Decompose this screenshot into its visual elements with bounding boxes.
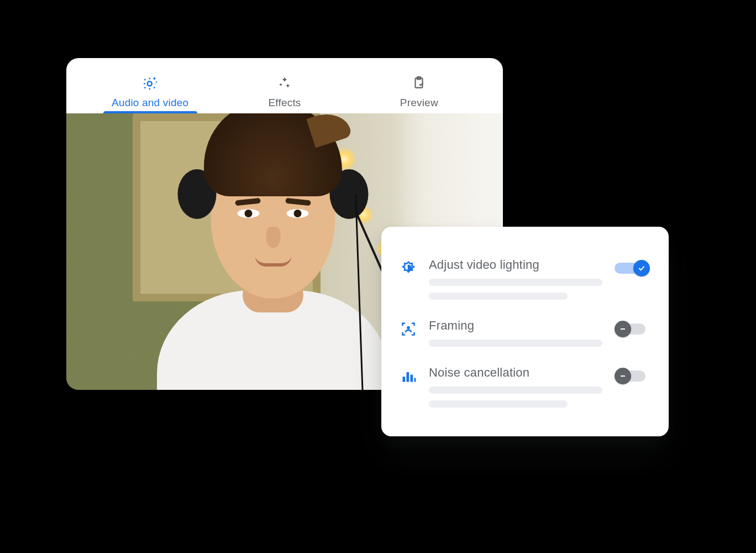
svg-point-0: [147, 81, 151, 86]
toggle-adjust-video-lighting[interactable]: [615, 259, 650, 278]
sparkles-icon: [276, 75, 293, 91]
tab-label: Preview: [400, 97, 438, 109]
setting-adjust-video-lighting: Adjust video lighting: [400, 250, 650, 307]
svg-rect-7: [414, 378, 416, 382]
tab-label: Effects: [268, 97, 301, 109]
setting-title: Framing: [429, 319, 602, 333]
audio-video-settings-card: Adjust video lighting Framing: [381, 227, 669, 436]
tab-audio-and-video[interactable]: Audio and video: [83, 75, 217, 113]
setting-title: Adjust video lighting: [429, 258, 602, 272]
tab-effects[interactable]: Effects: [217, 75, 351, 113]
clipboard-check-icon: [411, 75, 427, 91]
setting-title: Noise cancellation: [429, 366, 602, 380]
minus-icon: [618, 325, 627, 333]
svg-point-3: [407, 326, 410, 330]
setting-framing: Framing: [400, 311, 650, 354]
placeholder-line: [429, 400, 568, 408]
tab-label: Audio and video: [112, 97, 188, 109]
setting-noise-cancellation: Noise cancellation: [400, 358, 650, 415]
tab-preview[interactable]: Preview: [352, 75, 486, 113]
placeholder-line: [429, 387, 602, 394]
tab-bar: Audio and video Effects Preview: [66, 58, 503, 113]
frame-person-icon: [400, 321, 417, 337]
toggle-framing[interactable]: [615, 320, 650, 338]
placeholder-line: [429, 279, 602, 286]
gear-sparkle-icon: [142, 75, 159, 91]
placeholder-line: [429, 293, 568, 300]
brightness-icon: [400, 260, 417, 276]
svg-rect-4: [403, 377, 406, 382]
minus-icon: [618, 372, 627, 380]
svg-rect-5: [407, 372, 410, 382]
equalizer-icon: [400, 368, 417, 384]
toggle-noise-cancellation[interactable]: [615, 367, 650, 385]
placeholder-line: [429, 340, 602, 347]
check-icon: [637, 264, 646, 273]
svg-rect-6: [411, 375, 413, 382]
